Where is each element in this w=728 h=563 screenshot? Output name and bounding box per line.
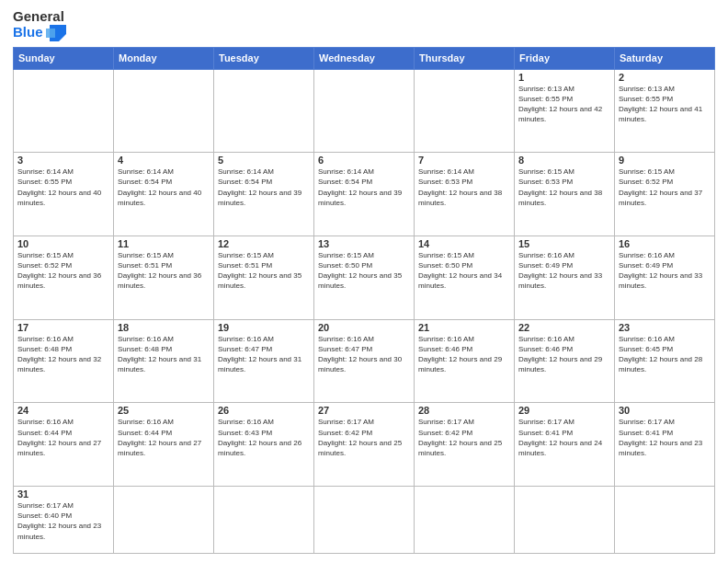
calendar-cell: 3Sunrise: 6:14 AMSunset: 6:55 PMDaylight… (14, 153, 114, 236)
day-sun-info: Sunrise: 6:17 AMSunset: 6:40 PMDaylight:… (17, 500, 109, 542)
calendar-cell: 24Sunrise: 6:16 AMSunset: 6:44 PMDayligh… (14, 403, 114, 487)
day-number: 18 (118, 322, 210, 333)
day-sun-info: Sunrise: 6:14 AMSunset: 6:54 PMDaylight:… (118, 167, 210, 208)
calendar-week-row: 31Sunrise: 6:17 AMSunset: 6:40 PMDayligh… (14, 487, 715, 554)
calendar-cell (14, 69, 114, 153)
calendar-cell: 21Sunrise: 6:16 AMSunset: 6:46 PMDayligh… (415, 319, 515, 403)
calendar-cell (114, 69, 214, 153)
day-sun-info: Sunrise: 6:15 AMSunset: 6:50 PMDaylight:… (318, 250, 410, 292)
calendar-cell: 11Sunrise: 6:15 AMSunset: 6:51 PMDayligh… (114, 236, 214, 319)
calendar-cell: 13Sunrise: 6:15 AMSunset: 6:50 PMDayligh… (314, 236, 415, 319)
calendar-cell: 15Sunrise: 6:16 AMSunset: 6:49 PMDayligh… (515, 236, 615, 319)
calendar-cell: 22Sunrise: 6:16 AMSunset: 6:46 PMDayligh… (515, 319, 615, 403)
day-number: 31 (17, 488, 109, 500)
day-number: 17 (17, 322, 109, 333)
calendar-cell: 29Sunrise: 6:17 AMSunset: 6:41 PMDayligh… (515, 403, 615, 487)
day-sun-info: Sunrise: 6:14 AMSunset: 6:53 PMDaylight:… (418, 167, 510, 208)
day-number: 16 (619, 238, 711, 249)
calendar-cell: 7Sunrise: 6:14 AMSunset: 6:53 PMDaylight… (415, 153, 515, 236)
day-number: 27 (318, 405, 410, 416)
calendar-week-row: 10Sunrise: 6:15 AMSunset: 6:52 PMDayligh… (14, 236, 715, 319)
calendar-cell: 16Sunrise: 6:16 AMSunset: 6:49 PMDayligh… (615, 236, 715, 319)
calendar-cell: 4Sunrise: 6:14 AMSunset: 6:54 PMDaylight… (114, 153, 214, 236)
day-number: 15 (518, 238, 610, 249)
day-sun-info: Sunrise: 6:15 AMSunset: 6:51 PMDaylight:… (118, 250, 210, 292)
day-number: 9 (619, 155, 711, 166)
day-number: 11 (118, 238, 210, 249)
day-number: 2 (619, 72, 711, 83)
calendar-cell: 17Sunrise: 6:16 AMSunset: 6:48 PMDayligh… (14, 319, 114, 403)
calendar-table: Sunday Monday Tuesday Wednesday Thursday… (13, 47, 715, 555)
col-sunday: Sunday (14, 47, 114, 69)
calendar-cell (114, 487, 214, 554)
day-number: 21 (418, 322, 510, 333)
calendar-cell: 25Sunrise: 6:16 AMSunset: 6:44 PMDayligh… (114, 403, 214, 487)
calendar-cell (214, 69, 314, 153)
day-number: 13 (318, 238, 410, 249)
calendar-cell: 26Sunrise: 6:16 AMSunset: 6:43 PMDayligh… (214, 403, 314, 487)
col-thursday: Thursday (415, 47, 515, 69)
day-sun-info: Sunrise: 6:15 AMSunset: 6:52 PMDaylight:… (17, 250, 109, 292)
day-sun-info: Sunrise: 6:16 AMSunset: 6:44 PMDaylight:… (17, 417, 109, 458)
day-number: 23 (619, 322, 711, 333)
day-sun-info: Sunrise: 6:15 AMSunset: 6:51 PMDaylight:… (218, 250, 310, 292)
calendar-cell: 9Sunrise: 6:15 AMSunset: 6:52 PMDaylight… (615, 153, 715, 236)
day-number: 10 (17, 238, 109, 249)
day-number: 3 (17, 155, 109, 166)
day-sun-info: Sunrise: 6:14 AMSunset: 6:55 PMDaylight:… (17, 167, 109, 208)
day-number: 29 (518, 405, 610, 416)
day-sun-info: Sunrise: 6:16 AMSunset: 6:46 PMDaylight:… (518, 334, 610, 375)
calendar-cell: 31Sunrise: 6:17 AMSunset: 6:40 PMDayligh… (14, 487, 114, 554)
svg-marker-1 (46, 29, 55, 38)
day-sun-info: Sunrise: 6:15 AMSunset: 6:52 PMDaylight:… (619, 167, 711, 208)
calendar-cell: 18Sunrise: 6:16 AMSunset: 6:48 PMDayligh… (114, 319, 214, 403)
day-number: 20 (318, 322, 410, 333)
logo: General Blue (13, 9, 66, 41)
day-number: 5 (218, 155, 310, 166)
day-sun-info: Sunrise: 6:16 AMSunset: 6:45 PMDaylight:… (619, 334, 711, 375)
calendar-header-row: Sunday Monday Tuesday Wednesday Thursday… (14, 47, 715, 69)
day-sun-info: Sunrise: 6:15 AMSunset: 6:53 PMDaylight:… (518, 167, 610, 208)
calendar-cell (615, 487, 715, 554)
day-sun-info: Sunrise: 6:17 AMSunset: 6:42 PMDaylight:… (318, 417, 410, 458)
day-sun-info: Sunrise: 6:13 AMSunset: 6:55 PMDaylight:… (518, 84, 610, 125)
calendar-cell: 14Sunrise: 6:15 AMSunset: 6:50 PMDayligh… (415, 236, 515, 319)
col-saturday: Saturday (615, 47, 715, 69)
day-number: 6 (318, 155, 410, 166)
day-sun-info: Sunrise: 6:13 AMSunset: 6:55 PMDaylight:… (619, 84, 711, 125)
calendar-cell: 30Sunrise: 6:17 AMSunset: 6:41 PMDayligh… (615, 403, 715, 487)
header: General Blue (13, 9, 715, 41)
day-sun-info: Sunrise: 6:14 AMSunset: 6:54 PMDaylight:… (218, 167, 310, 208)
day-sun-info: Sunrise: 6:16 AMSunset: 6:47 PMDaylight:… (218, 334, 310, 375)
page: General Blue Sunday Monday Tuesday Wedne… (0, 0, 728, 563)
col-tuesday: Tuesday (214, 47, 314, 69)
calendar-cell (515, 487, 615, 554)
day-sun-info: Sunrise: 6:16 AMSunset: 6:49 PMDaylight:… (518, 250, 610, 292)
calendar-cell: 27Sunrise: 6:17 AMSunset: 6:42 PMDayligh… (314, 403, 415, 487)
day-number: 25 (118, 405, 210, 416)
col-friday: Friday (515, 47, 615, 69)
calendar-cell: 23Sunrise: 6:16 AMSunset: 6:45 PMDayligh… (615, 319, 715, 403)
day-number: 7 (418, 155, 510, 166)
calendar-cell (415, 487, 515, 554)
day-sun-info: Sunrise: 6:14 AMSunset: 6:54 PMDaylight:… (318, 167, 410, 208)
day-sun-info: Sunrise: 6:16 AMSunset: 6:47 PMDaylight:… (318, 334, 410, 375)
day-number: 22 (518, 322, 610, 333)
day-sun-info: Sunrise: 6:15 AMSunset: 6:50 PMDaylight:… (418, 250, 510, 292)
calendar-cell (415, 69, 515, 153)
col-monday: Monday (114, 47, 214, 69)
day-sun-info: Sunrise: 6:16 AMSunset: 6:49 PMDaylight:… (619, 250, 711, 292)
calendar-cell: 10Sunrise: 6:15 AMSunset: 6:52 PMDayligh… (14, 236, 114, 319)
day-sun-info: Sunrise: 6:17 AMSunset: 6:41 PMDaylight:… (518, 417, 610, 458)
day-sun-info: Sunrise: 6:17 AMSunset: 6:41 PMDaylight:… (619, 417, 711, 458)
day-number: 28 (418, 405, 510, 416)
calendar-cell: 20Sunrise: 6:16 AMSunset: 6:47 PMDayligh… (314, 319, 415, 403)
day-number: 30 (619, 405, 711, 416)
day-number: 4 (118, 155, 210, 166)
calendar-cell (314, 69, 415, 153)
calendar-cell (214, 487, 314, 554)
day-sun-info: Sunrise: 6:16 AMSunset: 6:48 PMDaylight:… (118, 334, 210, 375)
day-number: 12 (218, 238, 310, 249)
calendar-cell: 5Sunrise: 6:14 AMSunset: 6:54 PMDaylight… (214, 153, 314, 236)
col-wednesday: Wednesday (314, 47, 415, 69)
